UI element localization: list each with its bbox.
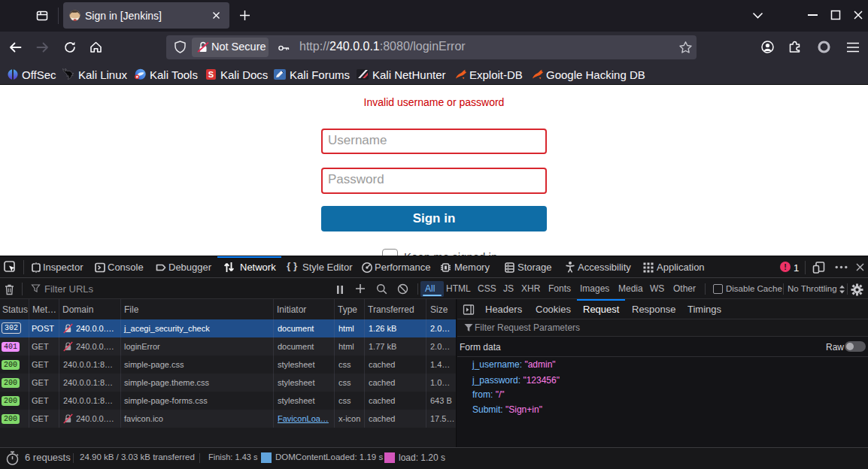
svg-text:S: S xyxy=(208,70,214,79)
